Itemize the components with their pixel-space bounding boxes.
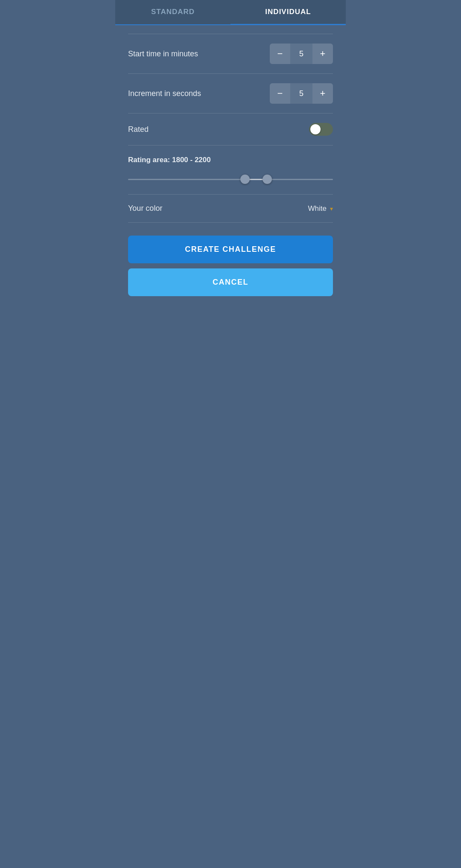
start-time-value: 5 xyxy=(290,50,312,58)
slider-track xyxy=(128,179,333,180)
rated-toggle[interactable] xyxy=(309,123,333,136)
slider-thumb-right[interactable] xyxy=(263,175,272,184)
start-time-stepper: − 5 + xyxy=(270,44,333,64)
start-time-decrement-button[interactable]: − xyxy=(270,44,290,64)
toggle-track xyxy=(309,123,333,136)
rating-area-title: Rating area: 1800 - 2200 xyxy=(128,156,333,164)
cancel-button[interactable]: CANCEL xyxy=(128,268,333,296)
tab-individual[interactable]: INDIVIDUAL xyxy=(230,0,346,25)
bottom-spacer xyxy=(128,305,333,390)
tab-bar: STANDARD INDIVIDUAL xyxy=(115,0,346,25)
start-time-label: Start time in minutes xyxy=(128,50,198,58)
slider-thumb-left[interactable] xyxy=(240,175,250,184)
increment-increment-button[interactable]: + xyxy=(312,83,333,104)
color-row: Your color White ▾ xyxy=(128,195,333,223)
color-label: Your color xyxy=(128,204,162,213)
increment-label: Increment in seconds xyxy=(128,89,201,98)
increment-value: 5 xyxy=(290,89,312,98)
rated-label: Rated xyxy=(128,125,149,134)
increment-decrement-button[interactable]: − xyxy=(270,83,290,104)
tab-standard[interactable]: STANDARD xyxy=(115,0,230,24)
create-challenge-button[interactable]: CREATE CHALLENGE xyxy=(128,236,333,263)
start-time-row: Start time in minutes − 5 + xyxy=(128,34,333,74)
increment-stepper: − 5 + xyxy=(270,83,333,104)
form-content: Start time in minutes − 5 + Increment in… xyxy=(115,25,346,399)
color-value: White xyxy=(308,204,327,213)
rating-area-section: Rating area: 1800 - 2200 xyxy=(128,146,333,195)
increment-row: Increment in seconds − 5 + xyxy=(128,74,333,114)
chevron-down-icon: ▾ xyxy=(330,205,333,212)
start-time-increment-button[interactable]: + xyxy=(312,44,333,64)
color-dropdown[interactable]: White ▾ xyxy=(308,204,333,213)
toggle-thumb xyxy=(310,124,321,134)
rating-slider[interactable] xyxy=(128,173,333,186)
buttons-section: CREATE CHALLENGE CANCEL xyxy=(128,223,333,305)
rated-row: Rated xyxy=(128,114,333,146)
